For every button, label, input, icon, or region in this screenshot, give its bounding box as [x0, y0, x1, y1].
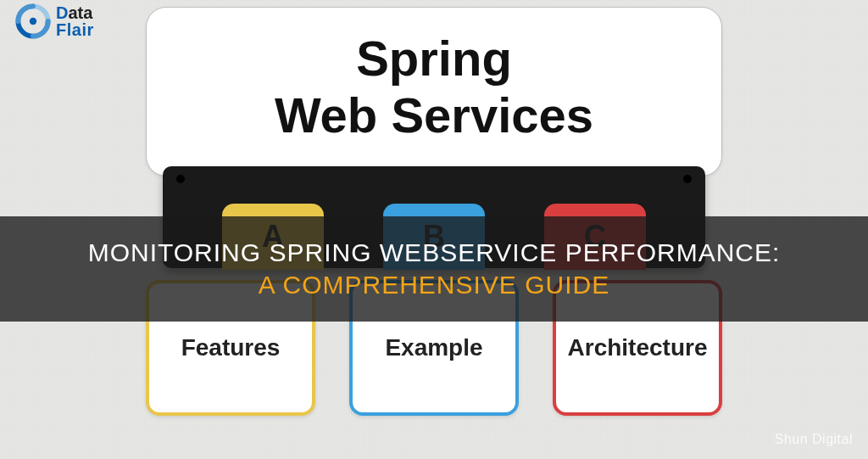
- brand-logo-icon: [15, 3, 51, 39]
- overlay-title-line2: A COMPREHENSIVE GUIDE: [17, 271, 851, 299]
- brand-word2: Flair: [56, 21, 94, 38]
- brand-logo-text: Data Flair: [56, 4, 94, 38]
- svg-point-0: [30, 18, 36, 25]
- tab-bar-dot-left: [176, 175, 185, 183]
- diagram-title-line1: Spring: [164, 30, 704, 87]
- title-overlay-banner: MONITORING SPRING WEBSERVICE PERFORMANCE…: [0, 216, 868, 322]
- brand-logo: Data Flair: [15, 3, 94, 39]
- diagram-title-line2: Web Services: [164, 87, 704, 143]
- overlay-title-line1: MONITORING SPRING WEBSERVICE PERFORMANCE…: [17, 238, 851, 267]
- attribution-text: Shun Digital: [775, 432, 853, 447]
- brand-word1-first-letter: D: [56, 3, 68, 22]
- diagram-container: Spring Web Services A B C Features Examp…: [129, 7, 739, 416]
- brand-word1-rest: ata: [68, 3, 92, 22]
- tab-bar-dot-right: [683, 175, 692, 183]
- diagram-header-box: Spring Web Services: [146, 7, 722, 176]
